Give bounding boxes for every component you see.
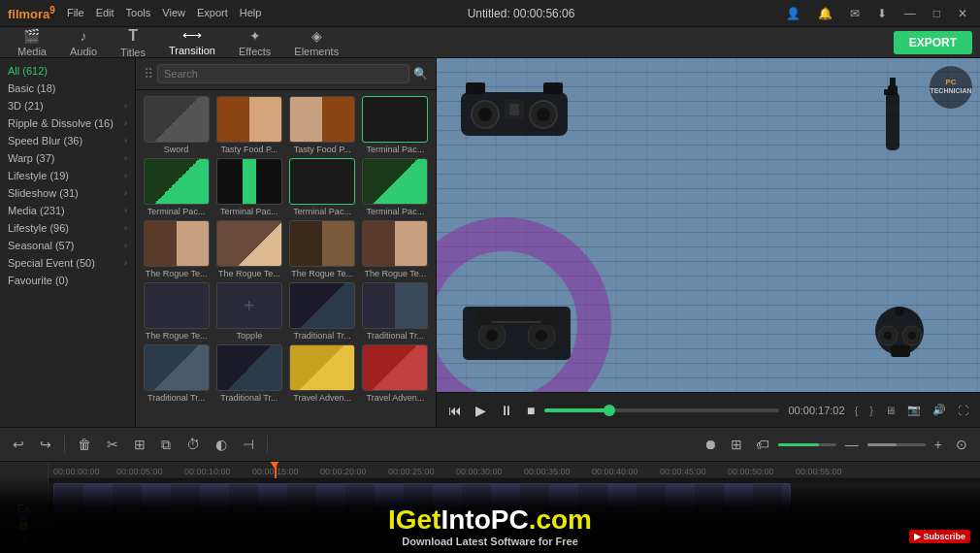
lock-icon[interactable]: 🔒 bbox=[16, 517, 31, 531]
export-button[interactable]: EXPORT bbox=[894, 31, 972, 54]
bracket-right-icon[interactable]: } bbox=[866, 403, 877, 418]
trim-button[interactable]: ⊞ bbox=[129, 434, 150, 455]
play-button[interactable]: ▶ bbox=[472, 401, 490, 420]
category-speedblur[interactable]: Speed Blur (36) › bbox=[0, 132, 135, 149]
transition-item[interactable]: The Rogue Te... bbox=[361, 220, 430, 278]
minimize-button[interactable]: — bbox=[899, 5, 921, 22]
menu-view[interactable]: View bbox=[162, 7, 185, 18]
transition-item[interactable]: Terminal Pac... bbox=[361, 158, 430, 216]
category-all[interactable]: All (612) bbox=[0, 62, 135, 80]
tab-transition[interactable]: ⟷ Transition bbox=[159, 24, 225, 61]
menu-bar-items: File Edit Tools View Export Help bbox=[67, 7, 261, 18]
transition-item[interactable]: Traditional Tr... bbox=[214, 344, 283, 403]
download-icon[interactable]: ⬇ bbox=[872, 5, 892, 22]
timeline-label: Ea bbox=[17, 503, 30, 514]
cut-button[interactable]: ✂ bbox=[102, 434, 123, 455]
ruler-mark: 00:00:45:00 bbox=[660, 467, 706, 476]
search-input[interactable] bbox=[157, 64, 409, 83]
tab-audio[interactable]: ♪ Audio bbox=[60, 25, 107, 60]
transition-item[interactable]: The Rogue Te... bbox=[288, 220, 357, 278]
tab-media[interactable]: 🎬 Media bbox=[8, 25, 56, 60]
video-clip[interactable] bbox=[53, 483, 791, 512]
transition-item[interactable]: Traditional Tr... bbox=[142, 344, 211, 403]
transition-item[interactable]: +Topple bbox=[214, 282, 283, 341]
tab-effects[interactable]: ✦ Effects bbox=[229, 25, 280, 60]
zoom-in-button[interactable]: + bbox=[930, 434, 947, 455]
record-button[interactable]: ⏺ bbox=[699, 434, 722, 455]
svg-point-17 bbox=[536, 330, 547, 342]
category-basic[interactable]: Basic (18) bbox=[0, 80, 135, 97]
transition-label: Traditional Tr... bbox=[289, 331, 355, 341]
clock-button[interactable]: ⊙ bbox=[951, 434, 972, 455]
ruler-mark: 00:00:10:00 bbox=[184, 467, 231, 476]
copy-button[interactable]: ⧉ bbox=[156, 434, 176, 456]
menu-help[interactable]: Help bbox=[240, 7, 262, 18]
category-3d[interactable]: 3D (21) › bbox=[0, 97, 135, 114]
email-icon[interactable]: ✉ bbox=[845, 5, 865, 22]
maximize-button[interactable]: □ bbox=[929, 5, 945, 22]
transition-item[interactable]: Traditional Tr... bbox=[361, 282, 430, 341]
undo-button[interactable]: ↩ bbox=[8, 434, 29, 455]
category-favourite[interactable]: Favourite (0) bbox=[0, 272, 135, 289]
speed-button[interactable]: ⏱ bbox=[181, 434, 205, 455]
search-icon: 🔍 bbox=[413, 67, 428, 81]
redo-button[interactable]: ↪ bbox=[35, 434, 56, 455]
transition-item[interactable]: Terminal Pac... bbox=[361, 96, 430, 154]
arrow-icon: › bbox=[124, 153, 127, 163]
transition-label: Tasty Food P... bbox=[216, 145, 282, 154]
svg-rect-8 bbox=[509, 104, 519, 115]
rewind-button[interactable]: ⏮ bbox=[444, 401, 466, 420]
volume-icon[interactable]: 🔊 bbox=[929, 402, 950, 418]
transition-label: Sword bbox=[144, 145, 210, 154]
category-seasonal[interactable]: Seasonal (57) › bbox=[0, 237, 135, 254]
ruler-mark: 00:00:00:00 bbox=[53, 467, 100, 476]
menu-tools[interactable]: Tools bbox=[126, 7, 151, 18]
tab-titles[interactable]: T Titles bbox=[111, 24, 155, 61]
transition-item[interactable]: Sword bbox=[142, 96, 211, 154]
stop-button[interactable]: ■ bbox=[523, 401, 539, 420]
transition-item[interactable]: Terminal Pac... bbox=[214, 158, 283, 216]
zoom-out-button[interactable]: — bbox=[840, 434, 864, 455]
category-slideshow[interactable]: Slideshow (31) › bbox=[0, 184, 135, 202]
menu-export[interactable]: Export bbox=[197, 7, 228, 18]
menu-file[interactable]: File bbox=[67, 7, 84, 18]
transition-item[interactable]: Travel Adven... bbox=[288, 344, 357, 403]
transition-item[interactable]: The Rogue Te... bbox=[142, 282, 211, 341]
screenshot-icon[interactable]: 📷 bbox=[903, 402, 925, 418]
category-lifestyle2[interactable]: Lifestyle (96) › bbox=[0, 219, 135, 237]
bracket-left-icon[interactable]: { bbox=[851, 403, 863, 418]
close-button[interactable]: ✕ bbox=[953, 5, 972, 22]
notification-icon[interactable]: 🔔 bbox=[813, 5, 837, 22]
pause-button[interactable]: ⏸ bbox=[496, 401, 517, 420]
transition-item[interactable]: Tasty Food P... bbox=[214, 96, 283, 154]
audio-detach-button[interactable]: ⊣ bbox=[238, 434, 259, 455]
tab-elements[interactable]: ◈ Elements bbox=[284, 25, 348, 60]
category-media[interactable]: Media (231) › bbox=[0, 202, 135, 219]
zoom-slider[interactable] bbox=[867, 443, 926, 446]
transition-item[interactable]: Tasty Food P... bbox=[288, 96, 357, 154]
transition-item[interactable]: The Rogue Te... bbox=[142, 220, 211, 278]
transition-item[interactable]: Terminal Pac... bbox=[288, 158, 357, 216]
color-button[interactable]: ◐ bbox=[211, 434, 232, 455]
transition-item[interactable]: Terminal Pac... bbox=[142, 158, 211, 216]
delete-button[interactable]: 🗑 bbox=[73, 434, 96, 455]
transition-item[interactable]: The Rogue Te... bbox=[214, 220, 283, 278]
progress-bar[interactable] bbox=[544, 408, 778, 412]
volume-slider[interactable] bbox=[778, 443, 836, 446]
app-logo: filmora9 bbox=[8, 5, 55, 21]
transition-thumbnail bbox=[144, 282, 210, 329]
monitor-icon[interactable]: 🖥 bbox=[881, 403, 899, 418]
marker-button[interactable]: 🏷 bbox=[751, 434, 774, 455]
category-special[interactable]: Special Event (50) › bbox=[0, 254, 135, 272]
transition-item[interactable]: Travel Adven... bbox=[361, 344, 430, 403]
snap-button[interactable]: ⊞ bbox=[726, 434, 747, 455]
category-ripple[interactable]: Ripple & Dissolve (16) › bbox=[0, 114, 135, 132]
category-warp[interactable]: Warp (37) › bbox=[0, 149, 135, 167]
fullscreen-icon[interactable]: ⛶ bbox=[954, 403, 972, 418]
window-controls: 👤 🔔 ✉ ⬇ — □ ✕ bbox=[781, 5, 972, 22]
menu-edit[interactable]: Edit bbox=[96, 7, 114, 18]
eye-icon[interactable]: 👁 bbox=[18, 534, 30, 547]
transition-item[interactable]: Traditional Tr... bbox=[288, 282, 357, 341]
category-lifestyle[interactable]: Lifestyle (19) › bbox=[0, 167, 135, 184]
user-icon[interactable]: 👤 bbox=[781, 5, 805, 22]
